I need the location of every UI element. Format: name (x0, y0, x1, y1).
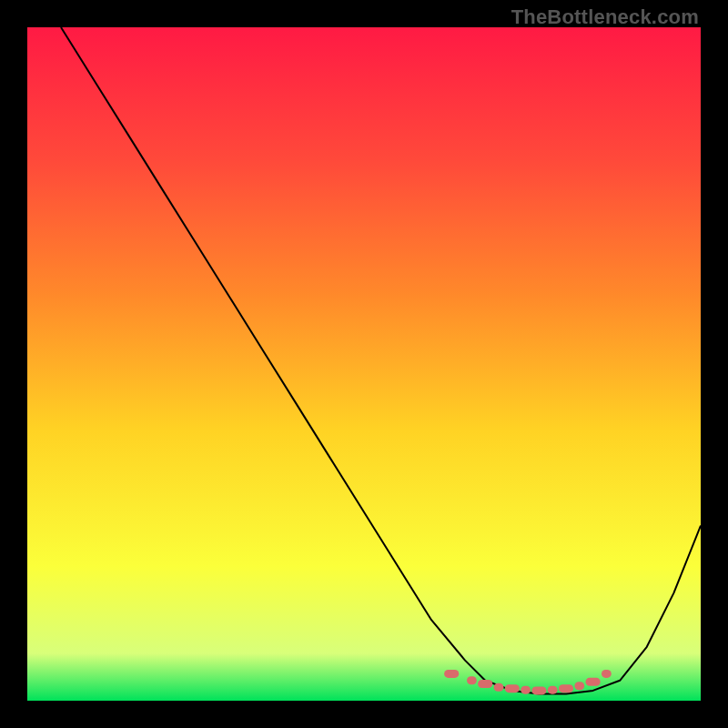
marker-dot (559, 684, 573, 693)
marker-dot (521, 686, 531, 694)
chart-container: TheBottleneck.com (0, 0, 728, 728)
watermark-text: TheBottleneck.com (511, 5, 699, 29)
plot-area (27, 27, 701, 701)
marker-dot (505, 684, 520, 693)
marker-dot (574, 682, 584, 690)
marker-dot (467, 676, 477, 684)
marker-dot (586, 678, 601, 686)
marker-dot (494, 683, 504, 692)
marker-dot (548, 686, 558, 694)
marker-dot (478, 680, 492, 688)
marker-dot (531, 686, 546, 694)
curve-layer (27, 27, 701, 701)
bottleneck-curve (61, 27, 701, 694)
marker-dot (602, 670, 612, 678)
marker-dot (444, 670, 459, 678)
